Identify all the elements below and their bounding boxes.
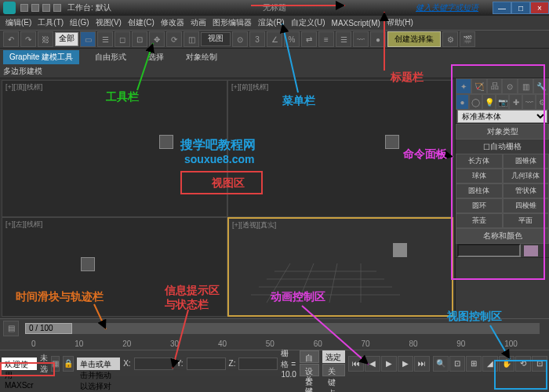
primitive-button[interactable]: 平面: [503, 213, 550, 228]
create-tab-icon[interactable]: ✦: [456, 78, 471, 94]
close-button[interactable]: ×: [530, 2, 549, 14]
curve-editor-icon[interactable]: 〰: [353, 31, 369, 47]
render-setup-icon[interactable]: ⚙: [442, 31, 458, 47]
cameras-icon[interactable]: 📷: [496, 94, 509, 110]
align-icon[interactable]: ≡: [318, 31, 334, 47]
next-frame-icon[interactable]: ▶: [398, 356, 413, 372]
fov-icon[interactable]: ◢: [482, 356, 498, 372]
qat-btn[interactable]: [31, 4, 39, 12]
viewport-label[interactable]: [+][前][线框]: [231, 82, 268, 93]
primitive-button[interactable]: 茶壶: [456, 213, 503, 228]
ribbon-tab[interactable]: 选择: [142, 50, 170, 64]
ref-coord-select[interactable]: 视图: [201, 32, 231, 46]
layer-icon[interactable]: ☰: [336, 31, 351, 47]
search-hint[interactable]: 健入关键字或短语: [416, 2, 478, 13]
z-coord-input[interactable]: [238, 358, 278, 370]
lights-icon[interactable]: 💡: [482, 94, 496, 110]
render-icon[interactable]: 🎬: [460, 31, 475, 47]
menu-item[interactable]: 工具(T): [35, 17, 66, 28]
rollout-header[interactable]: 名称和颜色: [456, 228, 549, 244]
object-cube[interactable]: [159, 135, 173, 149]
color-swatch[interactable]: [524, 245, 538, 256]
hierarchy-tab-icon[interactable]: 品: [487, 78, 503, 94]
viewport-top[interactable]: [+][顶][线框]: [2, 80, 227, 217]
ribbon-panel-label[interactable]: 多边形建模: [3, 67, 42, 75]
select-rect-icon[interactable]: ◻: [115, 31, 130, 47]
display-tab-icon[interactable]: ▥: [518, 78, 533, 94]
primitive-button[interactable]: 圆锥体: [503, 154, 550, 169]
keyfilter-button[interactable]: 关键点过滤器: [322, 364, 345, 376]
zoom-all-icon[interactable]: ⊡: [449, 356, 465, 372]
primitive-button[interactable]: 四棱锥: [503, 198, 550, 213]
time-slider[interactable]: 0 / 100: [25, 323, 540, 334]
rotate-icon[interactable]: ⟳: [166, 31, 182, 47]
viewport-left[interactable]: [+][左][线框]: [2, 217, 227, 317]
lock-icon[interactable]: 🔒: [63, 356, 74, 372]
systems-icon[interactable]: ⚙: [536, 94, 549, 110]
ribbon-tab[interactable]: 自由形式: [89, 50, 133, 64]
maximize-vp-icon[interactable]: ⊡: [532, 356, 547, 372]
object-name-input[interactable]: [457, 244, 521, 257]
qat-btn[interactable]: [42, 4, 50, 12]
menu-item[interactable]: 组(G): [67, 17, 91, 28]
select-icon[interactable]: ▭: [80, 31, 96, 47]
object-cube[interactable]: [393, 243, 407, 257]
viewport-label[interactable]: [+][左][线框]: [5, 220, 42, 230]
time-handle[interactable]: 0 / 100: [25, 323, 72, 334]
qat-btn[interactable]: [20, 4, 28, 12]
object-cube[interactable]: [385, 135, 399, 149]
autokey-button[interactable]: 自动关键点: [300, 350, 319, 363]
move-icon[interactable]: ✥: [149, 31, 165, 47]
mirror-icon[interactable]: ⇄: [301, 31, 317, 47]
material-icon[interactable]: ●: [370, 31, 386, 47]
menu-item[interactable]: 修改器: [158, 17, 187, 28]
y-coord-input[interactable]: [187, 358, 226, 370]
workspace-label[interactable]: 工作台: 默认: [67, 2, 111, 13]
menu-item[interactable]: MAXScript(M): [329, 19, 383, 27]
time-ruler[interactable]: 01020 304050 607080 90100: [0, 337, 549, 350]
motion-tab-icon[interactable]: ⊙: [502, 78, 518, 94]
modify-tab-icon[interactable]: 🏹: [471, 78, 487, 94]
setkey-button[interactable]: 设置关键点: [300, 364, 319, 376]
ribbon-tab[interactable]: 对象绘制: [180, 50, 224, 64]
object-cube[interactable]: [81, 257, 95, 271]
utilities-tab-icon[interactable]: 🔧: [533, 78, 549, 94]
named-selset[interactable]: 创建选择集: [387, 31, 441, 47]
goto-end-icon[interactable]: ⏭: [414, 356, 430, 372]
snap-icon[interactable]: 3: [249, 31, 265, 47]
primitive-button[interactable]: 长方体: [456, 154, 503, 169]
helpers-icon[interactable]: ✚: [509, 94, 522, 110]
x-coord-input[interactable]: [134, 358, 173, 370]
minimize-button[interactable]: —: [493, 2, 511, 14]
undo-icon[interactable]: ↶: [3, 31, 19, 47]
primitive-button[interactable]: 圆环: [456, 198, 503, 213]
primitive-button[interactable]: 圆柱体: [456, 183, 503, 198]
rollout-header[interactable]: 对象类型: [456, 124, 549, 140]
menu-item[interactable]: 创建(C): [125, 17, 157, 28]
qat-btn[interactable]: [53, 4, 61, 12]
category-select[interactable]: 标准基本体: [457, 110, 547, 123]
shapes-icon[interactable]: ◯: [469, 94, 482, 110]
scale-icon[interactable]: ◫: [184, 31, 199, 47]
goto-start-icon[interactable]: ⏮: [348, 356, 364, 372]
percent-snap-icon[interactable]: %: [284, 31, 300, 47]
filter-select[interactable]: 全部: [55, 32, 78, 46]
angle-snap-icon[interactable]: ∠: [267, 31, 282, 47]
zoom-extents-icon[interactable]: ⊞: [466, 356, 482, 372]
pivot-icon[interactable]: ⊙: [232, 31, 248, 47]
lock-icon[interactable]: ▦: [51, 356, 60, 372]
viewport-front[interactable]: [+][前][线框]: [227, 80, 453, 217]
viewport-label[interactable]: [+][透视][真实]: [232, 220, 276, 230]
viewport-label[interactable]: [+][顶][线框]: [5, 82, 42, 93]
link-icon[interactable]: ⛓: [38, 31, 53, 47]
menu-item[interactable]: 渲染(R): [256, 17, 287, 28]
menu-item[interactable]: 视图(V): [93, 17, 124, 28]
autogrid-checkbox[interactable]: ☐ 自动栅格: [456, 140, 549, 154]
maximize-button[interactable]: □: [511, 2, 530, 14]
maxscript-listener[interactable]: 欢迎使用 MAXScr: [2, 358, 37, 370]
prev-frame-icon[interactable]: ◀: [365, 356, 380, 372]
viewport-perspective[interactable]: [+][透视][真实]: [227, 217, 453, 317]
redo-icon[interactable]: ↷: [20, 31, 36, 47]
primitive-button[interactable]: 几何球体: [503, 169, 550, 183]
set-key-mode-icon[interactable]: ▤: [3, 321, 19, 336]
